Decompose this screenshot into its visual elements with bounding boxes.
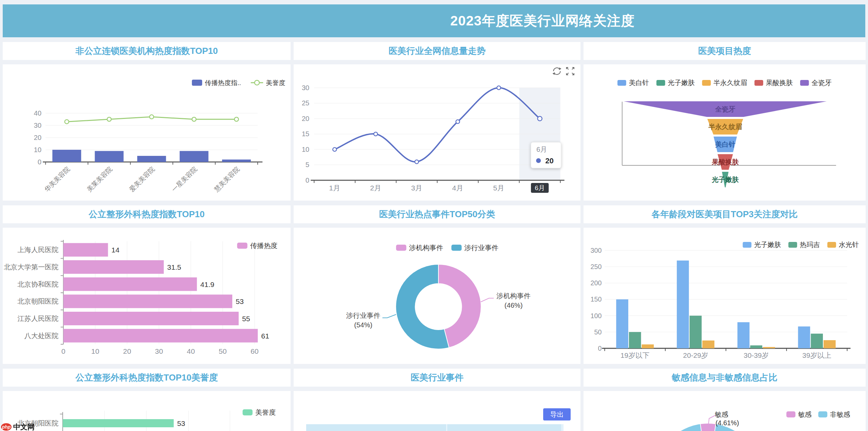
legend-swatch bbox=[617, 80, 626, 86]
x-axis-tick: 39岁以上 bbox=[802, 351, 831, 359]
chart-age-groups[interactable]: 05010015020025030019岁以下20-29岁30-39岁39岁以上… bbox=[584, 228, 866, 364]
line-point-3月[interactable] bbox=[415, 160, 418, 164]
panel-hospitals-reputation: 公立整形外科热度指数TOP10美誉度 美誉度北京朝阳医院53 bbox=[3, 369, 291, 431]
y-axis-tick: 40 bbox=[34, 109, 41, 117]
bar-北京朝阳医院[interactable] bbox=[63, 294, 232, 308]
chart-canvas[interactable]: 敏感(4.61%)敏感非敏感 bbox=[584, 391, 866, 431]
pie-slice-敏感[interactable] bbox=[700, 423, 716, 431]
bar-20-29岁-光子嫩肤[interactable] bbox=[677, 261, 689, 348]
line-point[interactable] bbox=[234, 117, 238, 121]
legend-item-传播热度[interactable]: 传播热度 bbox=[237, 242, 277, 249]
panel-title: 非公立连锁医美机构热度指数TOP10 bbox=[76, 45, 218, 57]
legend-item-水光针[interactable]: 水光针 bbox=[827, 241, 859, 248]
bar-美莱美容院[interactable] bbox=[95, 151, 124, 162]
legend-item-美誉度[interactable]: 美誉度 bbox=[251, 79, 285, 86]
chart-project-heat-funnel[interactable]: 美白针光子嫩肤半永久纹眉果酸换肤全瓷牙全瓷牙半永久纹眉美白针果酸换肤光子嫩肤 bbox=[584, 64, 866, 201]
y-axis-tick: 300 bbox=[590, 247, 601, 254]
bar-39岁以上-水光针[interactable] bbox=[824, 340, 836, 348]
chart-canvas[interactable]: 涉机构事件(46%)涉行业事件(54%)涉机构事件涉行业事件 bbox=[294, 228, 580, 364]
chart-hot-events-donut[interactable]: 涉机构事件(46%)涉行业事件(54%)涉机构事件涉行业事件 bbox=[294, 228, 580, 364]
y-axis-tick: 0 bbox=[598, 345, 601, 352]
panel-title-card: 医美行业全网信息量走势 bbox=[294, 42, 580, 60]
x-axis-tick: 40 bbox=[187, 347, 195, 355]
bar-一星美容院[interactable] bbox=[180, 151, 209, 162]
legend-label: 传播热度指.. bbox=[204, 79, 241, 86]
line-point[interactable] bbox=[150, 115, 154, 119]
chart-nonpublic-orgs[interactable]: 010203040华美美容院美莱美容院爱美美容院一星美容院慧美美容院传播热度指.… bbox=[3, 64, 291, 201]
line-point[interactable] bbox=[107, 117, 111, 121]
legend-item-涉机构事件[interactable]: 涉机构事件 bbox=[396, 244, 443, 251]
dashboard-page: 2023年度医美行业网络关注度 非公立连锁医美机构热度指数TOP10 01020… bbox=[0, 4, 868, 431]
export-button[interactable]: 导出 bbox=[543, 408, 571, 420]
bar-北京协和医院[interactable] bbox=[63, 278, 197, 291]
bar-慧美美容院[interactable] bbox=[222, 160, 251, 162]
panel-title-card: 敏感信息与非敏感信息占比 bbox=[584, 369, 866, 387]
legend-item-传播热度指..[interactable]: 传播热度指.. bbox=[192, 79, 241, 86]
value-label: 55 bbox=[242, 315, 250, 323]
bar-19岁以下-光子嫩肤[interactable] bbox=[616, 300, 628, 349]
legend-label: 果酸换肤 bbox=[766, 79, 793, 86]
php-logo-icon: php bbox=[1, 423, 12, 431]
chart-canvas[interactable]: 0510152025301月2月3月4月5月6月6月20 bbox=[294, 64, 580, 201]
legend-item-美白针[interactable]: 美白针 bbox=[617, 79, 649, 86]
bar-华美美容院[interactable] bbox=[52, 150, 81, 162]
axispointer-label-text: 6月 bbox=[535, 184, 545, 191]
y-axis-tick: 5 bbox=[305, 161, 309, 169]
bar-39岁以上-热玛吉[interactable] bbox=[811, 334, 823, 348]
legend-label: 美白针 bbox=[629, 79, 649, 86]
bar-19岁以下-水光针[interactable] bbox=[642, 344, 654, 348]
bar-19岁以下-热玛吉[interactable] bbox=[629, 332, 641, 348]
line-point-2月[interactable] bbox=[374, 132, 377, 136]
panel-title-card: 非公立连锁医美机构热度指数TOP10 bbox=[3, 42, 291, 60]
panel-industry-events: 医美行业事件 导出 bbox=[294, 369, 580, 431]
bar-江苏人民医院[interactable] bbox=[63, 312, 239, 325]
value-label: 53 bbox=[177, 419, 185, 427]
bar-八大处医院[interactable] bbox=[63, 329, 258, 343]
bar-30-39岁-水光针[interactable] bbox=[763, 347, 775, 348]
bar-爱美美容院[interactable] bbox=[137, 156, 166, 162]
legend-item-半永久纹眉[interactable]: 半永久纹眉 bbox=[702, 79, 747, 86]
chart-canvas[interactable]: 010203040华美美容院美莱美容院爱美美容院一星美容院慧美美容院传播热度指.… bbox=[3, 64, 291, 201]
charts-grid: 非公立连锁医美机构热度指数TOP10 010203040华美美容院美莱美容院爱美… bbox=[0, 37, 868, 431]
line-point[interactable] bbox=[65, 120, 69, 124]
bar-上海人民医院[interactable] bbox=[63, 243, 108, 256]
line-point[interactable] bbox=[192, 117, 196, 121]
fullscreen-icon[interactable] bbox=[567, 67, 574, 75]
chart-canvas[interactable]: 0102030405060上海人民医院14北京大学第一医院31.5北京协和医院4… bbox=[3, 228, 291, 364]
bar-30-39岁-热玛吉[interactable] bbox=[750, 345, 763, 348]
chart-canvas[interactable]: 美白针光子嫩肤半永久纹眉果酸换肤全瓷牙全瓷牙半永久纹眉美白针果酸换肤光子嫩肤 bbox=[584, 64, 866, 201]
bar-北京朝阳医院[interactable] bbox=[63, 419, 174, 427]
chart-public-hospitals-heat[interactable]: 0102030405060上海人民医院14北京大学第一医院31.5北京协和医院4… bbox=[3, 228, 291, 364]
legend-item-涉行业事件[interactable]: 涉行业事件 bbox=[451, 244, 498, 251]
legend-item-美誉度[interactable]: 美誉度 bbox=[243, 409, 276, 416]
restore-icon[interactable] bbox=[552, 67, 561, 75]
bar-20-29岁-水光针[interactable] bbox=[702, 341, 714, 348]
line-point-6月[interactable] bbox=[538, 117, 542, 121]
bar-20-29岁-热玛吉[interactable] bbox=[690, 316, 702, 348]
chart-canvas[interactable]: 美誉度北京朝阳医院53 bbox=[3, 391, 291, 431]
legend-item-热玛吉[interactable]: 热玛吉 bbox=[788, 241, 820, 248]
bar-30-39岁-光子嫩肤[interactable] bbox=[737, 322, 750, 348]
legend-item-非敏感[interactable]: 非敏感 bbox=[818, 411, 850, 418]
panel-title: 医美行业全网信息量走势 bbox=[389, 45, 486, 57]
legend-label: 半永久纹眉 bbox=[713, 79, 747, 86]
panel-title: 敏感信息与非敏感信息占比 bbox=[672, 372, 777, 384]
slice-label: 涉机构事件 bbox=[496, 292, 531, 300]
table-scrollbar[interactable] bbox=[561, 424, 564, 431]
legend-item-果酸换肤[interactable]: 果酸换肤 bbox=[754, 79, 793, 86]
chart-info-trend[interactable]: 0510152025301月2月3月4月5月6月6月20 bbox=[294, 64, 580, 201]
legend-item-光子嫩肤[interactable]: 光子嫩肤 bbox=[656, 79, 695, 86]
panel-info-trend: 医美行业全网信息量走势 0510152025301月2月3月4月5月6月6月20 bbox=[294, 42, 580, 201]
line-point-4月[interactable] bbox=[456, 120, 459, 124]
legend-item-全瓷牙[interactable]: 全瓷牙 bbox=[800, 79, 832, 86]
y-axis-tick: 20 bbox=[302, 115, 309, 122]
bar-39岁以上-光子嫩肤[interactable] bbox=[798, 326, 810, 348]
line-point-1月[interactable] bbox=[333, 148, 336, 151]
legend-item-光子嫩肤[interactable]: 光子嫩肤 bbox=[743, 241, 781, 248]
bar-北京大学第一医院[interactable] bbox=[63, 260, 164, 274]
chart-hospitals-reputation[interactable]: 美誉度北京朝阳医院53 bbox=[3, 391, 291, 431]
chart-sensitive-ratio[interactable]: 敏感(4.61%)敏感非敏感 bbox=[584, 391, 866, 431]
legend-item-敏感[interactable]: 敏感 bbox=[786, 411, 811, 418]
chart-canvas[interactable]: 05010015020025030019岁以下20-29岁30-39岁39岁以上… bbox=[584, 228, 866, 364]
line-point-5月[interactable] bbox=[497, 86, 501, 90]
